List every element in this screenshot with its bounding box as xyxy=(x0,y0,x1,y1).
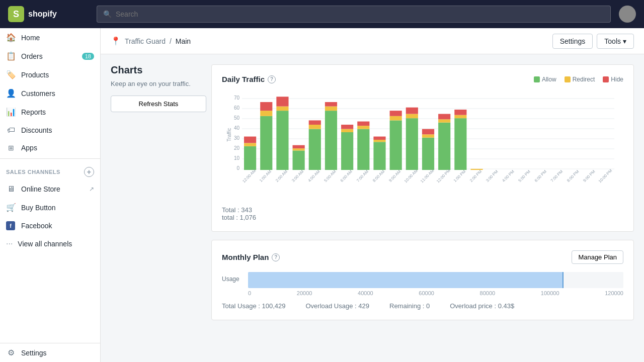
svg-text:10:00 AM: 10:00 AM xyxy=(404,168,419,184)
svg-text:40: 40 xyxy=(234,125,240,131)
sidebar-item-facebook[interactable]: f Facebook xyxy=(0,217,100,235)
hide-label: Hide xyxy=(611,76,623,83)
svg-text:3:00 PM: 3:00 PM xyxy=(485,169,499,183)
svg-rect-47 xyxy=(357,122,369,126)
main-content: 📍 Traffic Guard / Main Settings Tools ▾ … xyxy=(101,28,644,362)
legend-hide: Hide xyxy=(603,76,623,83)
chart-legend: Allow Redirect Hide xyxy=(534,76,623,83)
svg-text:6:00 PM: 6:00 PM xyxy=(534,169,548,183)
svg-rect-62 xyxy=(422,134,434,137)
svg-rect-25 xyxy=(276,111,288,170)
sidebar-item-discounts[interactable]: 🏷 Discounts xyxy=(0,121,100,139)
apps-icon: ⊞ xyxy=(6,144,16,152)
sidebar-item-label: Buy Button xyxy=(21,204,56,212)
usage-bar-background xyxy=(248,272,623,288)
svg-rect-58 xyxy=(406,114,418,119)
total-usage-value: 100,429 xyxy=(262,302,286,310)
sidebar-item-label: Products xyxy=(21,71,49,79)
bar-chart-container: 70 60 50 40 30 20 10 0 Traffic xyxy=(222,89,623,202)
monthly-info-icon[interactable]: ? xyxy=(272,253,280,261)
svg-rect-53 xyxy=(390,120,402,170)
sidebar-item-label: Facebook xyxy=(21,222,52,230)
external-link-icon: ↗ xyxy=(89,186,94,193)
svg-rect-57 xyxy=(406,118,418,170)
refresh-stats-button[interactable]: Refresh Stats xyxy=(111,96,206,112)
svg-rect-21 xyxy=(260,116,272,170)
tools-button[interactable]: Tools ▾ xyxy=(597,34,634,49)
sidebar-item-reports[interactable]: 📊 Reports xyxy=(0,103,100,121)
top-navigation: S shopify 🔍 xyxy=(0,0,644,28)
svg-text:20: 20 xyxy=(234,145,240,151)
sidebar-item-view-all-channels[interactable]: ··· View all channels xyxy=(0,235,100,253)
sidebar-item-customers[interactable]: 👤 Customers xyxy=(0,84,100,103)
svg-rect-43 xyxy=(341,125,353,129)
usage-bar-fill xyxy=(248,272,564,288)
charts-subtitle: Keep an eye on your traffic. xyxy=(111,80,211,87)
main-layout: 🏠 Home 📋 Orders 18 🏷️ Products 👤 Custome… xyxy=(0,28,644,362)
svg-rect-31 xyxy=(293,145,305,148)
svg-text:12:00 PM: 12:00 PM xyxy=(436,168,451,184)
svg-text:7:00 AM: 7:00 AM xyxy=(356,169,369,183)
svg-text:50: 50 xyxy=(234,115,240,121)
svg-rect-71 xyxy=(454,110,466,115)
overload-usage-stat: Overload Usage : 429 xyxy=(306,302,370,310)
monthly-plan-title: Monthly Plan ? xyxy=(222,253,280,261)
home-icon: 🏠 xyxy=(6,33,16,42)
svg-rect-41 xyxy=(341,132,353,170)
svg-rect-18 xyxy=(244,143,256,146)
svg-text:2:00 PM: 2:00 PM xyxy=(469,169,483,183)
svg-rect-33 xyxy=(309,129,321,170)
svg-text:8:00 AM: 8:00 AM xyxy=(372,169,385,183)
sidebar-item-orders[interactable]: 📋 Orders 18 xyxy=(0,47,100,65)
svg-rect-54 xyxy=(390,116,402,121)
sidebar-item-products[interactable]: 🏷️ Products xyxy=(0,65,100,84)
svg-rect-61 xyxy=(422,138,434,170)
settings-button[interactable]: Settings xyxy=(552,34,593,49)
svg-rect-17 xyxy=(244,146,256,170)
sidebar-item-label: Settings xyxy=(21,349,47,357)
logo[interactable]: S shopify xyxy=(8,6,89,22)
more-icon: ··· xyxy=(6,239,13,248)
remaining-stat: Remaining : 0 xyxy=(389,302,430,310)
svg-rect-38 xyxy=(325,107,337,111)
remaining-label: Remaining : xyxy=(389,302,424,310)
search-bar[interactable]: 🔍 xyxy=(97,6,611,23)
total-stats: Total : 343 total : 1,076 xyxy=(222,206,623,221)
sidebar-item-apps[interactable]: ⊞ Apps xyxy=(0,139,100,156)
overload-price-label: Overload price : xyxy=(450,302,496,310)
sidebar-item-home[interactable]: 🏠 Home xyxy=(0,28,100,47)
daily-traffic-title: Daily Traffic ? xyxy=(222,75,276,83)
svg-text:4:00 AM: 4:00 AM xyxy=(307,169,320,183)
charts-layout: Charts Keep an eye on your traffic. Refr… xyxy=(101,54,644,330)
svg-rect-27 xyxy=(276,97,288,106)
info-icon[interactable]: ? xyxy=(268,75,276,83)
svg-text:12:00 AM: 12:00 AM xyxy=(242,168,257,184)
sidebar-item-buy-button[interactable]: 🛒 Buy Button xyxy=(0,198,100,217)
svg-rect-34 xyxy=(309,125,321,129)
usage-chart: Usage 0 20000 40000 60000 xyxy=(222,272,623,296)
add-channel-button[interactable]: + xyxy=(84,167,94,177)
charts-sidebar: Charts Keep an eye on your traffic. Refr… xyxy=(111,64,211,320)
overload-usage-label: Overload Usage : xyxy=(306,302,357,310)
svg-rect-70 xyxy=(454,115,466,118)
daily-traffic-chart: 70 60 50 40 30 20 10 0 Traffic xyxy=(222,89,614,200)
svg-rect-35 xyxy=(309,120,321,125)
sidebar-item-label: Reports xyxy=(21,108,46,116)
svg-text:Traffic: Traffic xyxy=(226,128,232,141)
svg-text:9:00 PM: 9:00 PM xyxy=(582,169,596,183)
svg-rect-65 xyxy=(438,123,450,170)
overload-usage-value: 429 xyxy=(358,302,369,310)
svg-rect-37 xyxy=(325,111,337,170)
sub-header: 📍 Traffic Guard / Main Settings Tools ▾ xyxy=(101,28,644,54)
svg-rect-26 xyxy=(276,107,288,111)
sidebar-item-online-store[interactable]: 🖥 Online Store ↗ xyxy=(0,180,100,198)
manage-plan-button[interactable]: Manage Plan xyxy=(572,250,623,264)
search-input[interactable] xyxy=(116,10,604,18)
avatar[interactable] xyxy=(619,6,636,23)
sidebar-item-settings[interactable]: ⚙ Settings xyxy=(0,343,100,362)
svg-text:5:00 PM: 5:00 PM xyxy=(518,169,532,183)
svg-rect-39 xyxy=(325,102,337,107)
sales-channels-header: SALES CHANNELS + xyxy=(0,161,100,180)
svg-text:5:00 AM: 5:00 AM xyxy=(324,169,337,183)
sidebar-item-label: Orders xyxy=(21,52,43,60)
